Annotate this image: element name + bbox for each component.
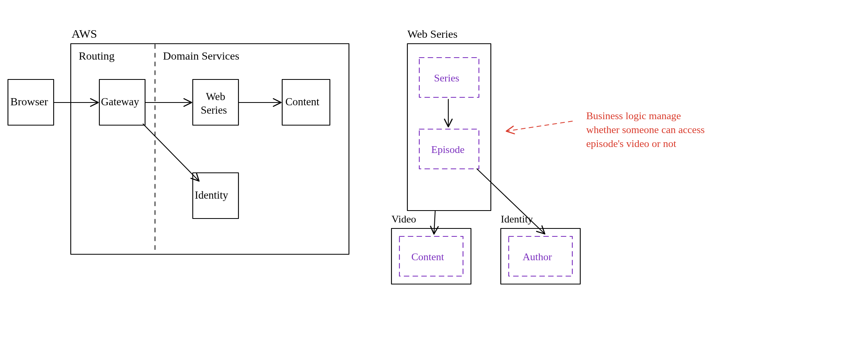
aws-container: AWS Routing Domain Services xyxy=(71,27,349,254)
right-web-series-label: Web Series xyxy=(407,28,457,40)
video-label: Video xyxy=(391,213,416,225)
svg-rect-1 xyxy=(71,44,349,254)
right-web-series-container: Web Series xyxy=(407,28,491,211)
content-box: Content xyxy=(282,79,330,125)
series-label: Series xyxy=(434,72,459,84)
episode-box: Episode xyxy=(419,129,479,169)
web-series-label-line1: Web xyxy=(206,91,225,103)
annotation-line2: whether someone can access xyxy=(586,124,705,135)
gateway-label: Gateway xyxy=(101,96,139,108)
browser-label: Browser xyxy=(10,95,48,108)
web-series-box: Web Series xyxy=(193,79,238,125)
domain-services-label: Domain Services xyxy=(163,50,239,62)
aws-label: AWS xyxy=(72,27,97,40)
arrow-episode-video xyxy=(434,211,435,234)
annotation-arrow xyxy=(507,121,572,131)
episode-label: Episode xyxy=(431,144,465,155)
arrow-gateway-identity xyxy=(143,124,199,181)
browser-box: Browser xyxy=(8,79,54,125)
annotation-line1: Business logic manage xyxy=(586,110,681,122)
identity-label: Identity xyxy=(195,189,228,201)
right-identity-container: Identity Author xyxy=(501,213,580,284)
annotation-line3: episode's video or not xyxy=(586,138,676,149)
video-content-label: Content xyxy=(411,251,444,263)
routing-label: Routing xyxy=(79,50,114,62)
author-label: Author xyxy=(523,251,552,263)
right-identity-label: Identity xyxy=(501,213,533,225)
series-box: Series xyxy=(419,58,479,97)
video-container: Video Content xyxy=(391,213,471,284)
svg-rect-6 xyxy=(407,44,491,211)
annotation-text: Business logic manage whether someone ca… xyxy=(586,110,705,149)
identity-box: Identity xyxy=(193,173,238,219)
web-series-label-line2: Series xyxy=(201,104,227,116)
content-label: Content xyxy=(285,96,320,108)
gateway-box: Gateway xyxy=(99,79,145,125)
